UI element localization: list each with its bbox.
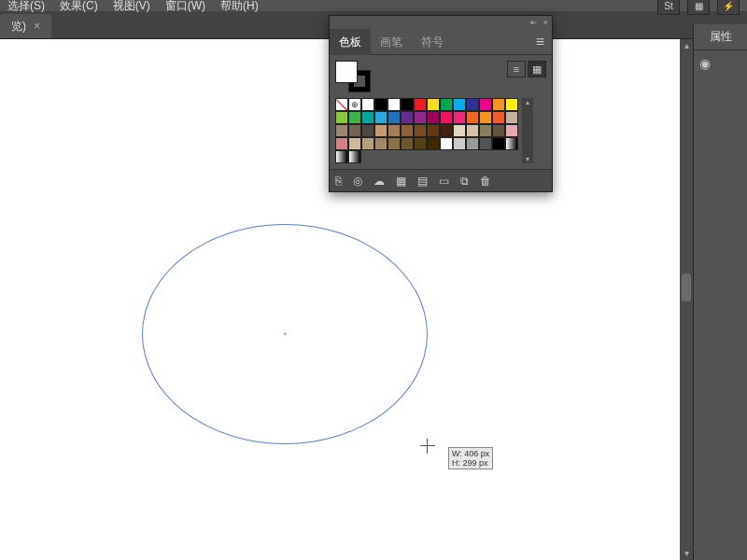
panel-footer-icon-5[interactable]: ▭ [439,175,449,188]
swatch[interactable] [335,111,348,124]
swatch[interactable] [388,98,401,111]
scroll-up-icon[interactable]: ▴ [680,39,693,52]
swatch[interactable] [361,98,374,111]
swatch[interactable] [374,137,388,150]
panel-menu-icon[interactable]: ≡ [529,34,552,50]
panel-footer-icon-4[interactable]: ▤ [417,175,428,188]
tab-brushes[interactable]: 画笔 [371,29,412,55]
swatch[interactable] [466,124,479,137]
swatch[interactable] [427,98,440,111]
panel-footer: ⎘◎☁▦▤▭⧉🗑 [330,169,552,191]
swatch[interactable] [440,111,453,124]
swatch[interactable] [453,137,466,150]
swatch[interactable] [335,124,348,137]
swatch[interactable] [388,124,401,137]
swatch[interactable] [401,111,414,124]
swatch[interactable] [505,111,518,124]
layer-visibility-row[interactable]: ◉ [694,50,747,77]
swatch[interactable] [427,111,440,124]
eye-icon[interactable]: ◉ [699,56,711,71]
menu-help[interactable]: 帮助(H) [220,0,259,14]
swatch[interactable] [427,137,440,150]
swatch[interactable] [401,98,414,111]
swatch[interactable] [348,124,361,137]
grid-view-button[interactable]: ▦ [528,61,546,77]
swatch[interactable] [492,137,505,150]
swatch[interactable] [414,137,427,150]
gradient-swatch[interactable] [335,150,348,163]
vertical-scrollbar[interactable]: ▴ ▾ [680,39,693,560]
panel-footer-icon-0[interactable]: ⎘ [335,175,342,188]
gradient-swatch[interactable] [505,137,518,150]
panel-footer-icon-7[interactable]: 🗑 [480,175,491,188]
cursor-crosshair-icon [420,439,435,454]
tab-label: 览) [11,19,26,35]
swatch[interactable] [453,111,466,124]
fill-swatch[interactable] [335,61,358,83]
swatch[interactable] [374,111,388,124]
panel-body: ≡ ▦ ⊕ ▴▾ [330,55,552,169]
swatch[interactable] [388,111,401,124]
panel-footer-icon-1[interactable]: ◎ [353,175,362,188]
menu-window[interactable]: 窗口(W) [165,0,205,14]
arrange-icon[interactable]: ▦ [687,0,710,15]
swatch-scrollbar[interactable]: ▴▾ [522,98,533,163]
swatch[interactable] [492,98,505,111]
swatch[interactable] [492,124,505,137]
swatch[interactable] [479,137,492,150]
swatch[interactable] [453,98,466,111]
swatch[interactable] [453,124,466,137]
document-tab[interactable]: 览) × [0,14,51,38]
tab-symbols[interactable]: 符号 [412,29,453,55]
swatch[interactable] [440,98,453,111]
swatch[interactable] [374,98,388,111]
swatch[interactable] [361,124,374,137]
swatch[interactable] [361,137,374,150]
swatch-grid: ⊕ [335,98,518,163]
swatch[interactable] [388,137,401,150]
swatch[interactable] [401,137,414,150]
gpu-icon[interactable]: ⚡ [717,0,740,15]
swatch[interactable] [414,98,427,111]
menu-select[interactable]: 选择(S) [7,0,45,14]
gradient-swatch[interactable] [348,150,361,163]
swatch[interactable] [492,111,505,124]
scroll-thumb[interactable] [682,273,691,301]
swatch[interactable] [361,111,374,124]
swatch[interactable] [505,124,518,137]
fill-stroke-indicator[interactable]: ≡ ▦ [335,61,546,92]
swatch[interactable] [479,124,492,137]
swatch[interactable] [440,137,453,150]
swatch[interactable] [348,137,361,150]
swatch[interactable] [374,124,388,137]
swatch[interactable] [466,111,479,124]
stock-icon[interactable]: St [657,0,680,15]
swatch[interactable] [348,111,361,124]
swatch[interactable] [427,124,440,137]
tab-close-icon[interactable]: × [34,20,40,33]
swatch[interactable] [401,124,414,137]
menu-effect[interactable]: 效果(C) [60,0,98,14]
panel-footer-icon-6[interactable]: ⧉ [460,175,469,188]
swatch[interactable] [479,111,492,124]
scroll-down-icon[interactable]: ▾ [680,547,693,560]
swatch[interactable] [414,111,427,124]
panel-footer-icon-3[interactable]: ▦ [396,175,406,188]
panel-close-icon[interactable]: × [543,18,548,27]
panel-titlebar[interactable]: ⇤ × [330,16,552,29]
swatch[interactable] [335,98,348,111]
tab-swatches[interactable]: 色板 [330,29,371,55]
swatch[interactable] [505,98,518,111]
swatch[interactable] [466,98,479,111]
swatch[interactable] [479,98,492,111]
panel-footer-icon-2[interactable]: ☁ [374,175,385,188]
swatch[interactable]: ⊕ [348,98,361,111]
swatch[interactable] [414,124,427,137]
swatch[interactable] [466,137,479,150]
swatch[interactable] [440,124,453,137]
tooltip-height: H: 299 px [452,458,489,468]
swatch[interactable] [335,137,348,150]
panel-collapse-icon[interactable]: ⇤ [530,18,538,27]
list-view-button[interactable]: ≡ [507,61,526,77]
menu-view[interactable]: 视图(V) [113,0,150,14]
